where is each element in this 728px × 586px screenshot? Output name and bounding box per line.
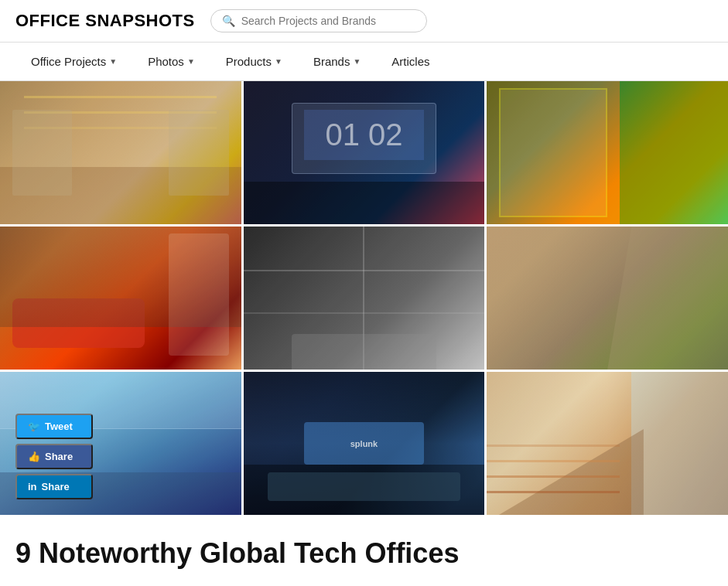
social-buttons: 🐦 Tweet 👍 Share in Share <box>15 414 93 499</box>
search-bar[interactable]: 🔍 <box>210 9 427 32</box>
facebook-icon: 👍 <box>28 451 40 462</box>
facebook-share-button[interactable]: 👍 Share <box>15 444 93 469</box>
image-grid-wrapper: 01 02 <box>0 81 728 515</box>
chevron-down-icon: ▼ <box>187 57 195 66</box>
site-header: OFFICE SNAPSHOTS 🔍 <box>0 0 728 43</box>
tweet-button[interactable]: 🐦 Tweet <box>15 414 93 439</box>
chevron-down-icon: ▼ <box>275 57 282 66</box>
tweet-label: Tweet <box>45 421 73 432</box>
grid-cell-4[interactable] <box>0 227 241 370</box>
main-nav: Office Projects ▼ Photos ▼ Products ▼ Br… <box>0 43 728 81</box>
share-li-label: Share <box>42 481 70 492</box>
linkedin-share-button[interactable]: in Share <box>15 474 93 499</box>
nav-item-products[interactable]: Products ▼ <box>210 43 298 80</box>
grid-cell-5[interactable] <box>244 227 485 370</box>
share-fb-label: Share <box>45 451 73 462</box>
grid-cell-2[interactable]: 01 02 <box>244 81 485 224</box>
linkedin-icon: in <box>28 481 37 492</box>
article-title: 9 Noteworthy Global Tech Offices <box>0 515 728 585</box>
grid-cell-1[interactable] <box>0 81 241 224</box>
nav-label-office-projects: Office Projects <box>31 55 106 68</box>
nav-item-office-projects[interactable]: Office Projects ▼ <box>15 43 132 80</box>
chevron-down-icon: ▼ <box>109 57 117 66</box>
grid-cell-6[interactable] <box>487 227 728 370</box>
grid-cell-9[interactable] <box>487 372 728 515</box>
grid-cell-7[interactable]: 🐦 Tweet 👍 Share in Share <box>0 372 241 515</box>
nav-label-photos: Photos <box>148 55 184 68</box>
nav-item-brands[interactable]: Brands ▼ <box>298 43 376 80</box>
grid-cell-3[interactable] <box>487 81 728 224</box>
nav-item-articles[interactable]: Articles <box>376 43 445 80</box>
nav-label-products: Products <box>226 55 272 68</box>
twitter-icon: 🐦 <box>28 421 40 432</box>
grid-cell-8[interactable]: splunk <box>244 372 485 515</box>
nav-label-brands: Brands <box>313 55 350 68</box>
nav-label-articles: Articles <box>391 55 429 68</box>
nav-item-photos[interactable]: Photos ▼ <box>132 43 210 80</box>
search-input[interactable] <box>241 15 415 27</box>
chevron-down-icon: ▼ <box>353 57 361 66</box>
image-grid: 01 02 <box>0 81 728 515</box>
search-icon: 🔍 <box>222 15 235 27</box>
site-logo[interactable]: OFFICE SNAPSHOTS <box>15 11 195 31</box>
